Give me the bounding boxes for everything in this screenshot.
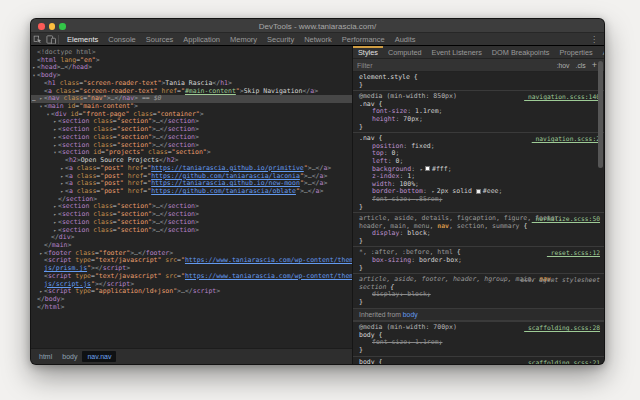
disclosure-arrow-icon[interactable]: ▸ [52,227,58,235]
tab-network[interactable]: Network [299,33,337,45]
scrollbar-thumb[interactable] [598,61,603,168]
disclosure-arrow-icon[interactable]: ▸ [52,211,58,219]
dom-tree-row[interactable]: …▸<nav class="nav">…</nav> == $0 [31,95,352,103]
dom-tree-row[interactable]: <h2>Open Source Projects</h2> [31,157,352,165]
dom-tree-row[interactable]: <!doctype html> [31,49,352,57]
stylesheet-link[interactable]: _reset.scss:12 [547,249,600,257]
tab-security[interactable]: Security [262,33,299,45]
color-swatch-icon[interactable] [425,166,430,171]
href-link[interactable]: https://www.taniarascia.com/wp-content/t… [185,273,352,280]
hover-state-button[interactable]: :hov [554,62,573,69]
href-link[interactable]: https://taniarascia.github.io/primitive [151,165,304,172]
expand-shorthand-icon[interactable]: ▸ [432,188,435,194]
inspect-icon[interactable] [31,34,44,45]
disclosure-arrow-icon[interactable]: ▾ [31,72,37,80]
disclosure-arrow-icon[interactable]: ▾ [45,111,51,119]
disclosure-arrow-icon[interactable]: ▸ [52,118,58,126]
dom-tree-row[interactable]: <a class="screen-reader-text" href="#mai… [31,88,352,96]
dom-tree-row[interactable]: js/script.js"></script> [31,281,352,289]
styles-content[interactable]: element.style {}_navigation.scss:140@med… [353,72,604,364]
dom-tree-row[interactable]: ▸<head>…</head> [31,64,352,72]
href-link[interactable]: https://taniarascia.github.io/new-moon [151,180,300,187]
dom-tree-row[interactable]: </main> [31,242,352,250]
dom-tree-row[interactable]: ▸<script type="application/ld+json">…</s… [31,288,352,296]
disclosure-arrow-icon[interactable]: ▸ [52,126,58,134]
dom-tree-row[interactable]: ▸<section class="section">…</section> [31,134,352,142]
disclosure-arrow-icon[interactable]: ▸ [59,188,65,196]
dom-tree-row[interactable]: </section> [31,196,352,204]
dom-tree[interactable]: <!doctype html><html lang="en">▸<head>…<… [31,46,352,348]
dom-tree-row[interactable]: <script type="text/javascript" src="http… [31,273,352,281]
dom-tree-row[interactable]: <h1 class="screen-reader-text">Tania Ras… [31,80,352,88]
expand-shorthand-icon[interactable]: ▸ [420,166,423,172]
disclosure-arrow-icon[interactable]: ▸ [59,165,65,173]
disclosure-arrow-icon[interactable]: ▸ [52,134,58,142]
href-link[interactable]: https://www.taniarascia.com/wp-content/t… [185,257,352,264]
title-bar[interactable]: DevTools - www.taniarascia.com/ [31,19,604,33]
dom-tree-row[interactable]: <script type="text/javascript" src="http… [31,257,352,265]
tab-sources[interactable]: Sources [141,33,179,45]
dom-tree-row[interactable]: ▾<section id="projects" class="section"> [31,149,352,157]
filter-input[interactable] [357,62,554,69]
tab-application[interactable]: Application [178,33,225,45]
stylesheet-link[interactable]: _normalize.scss:50 [532,215,600,223]
css-property[interactable]: height: 70px; [359,116,598,124]
css-property[interactable]: font-size: .85rem; [359,196,598,204]
dom-tree-row[interactable]: <html lang="en"> [31,57,352,65]
dom-tree-row[interactable]: ▸<a class="post" href="https://github.co… [31,188,352,196]
sidebar-tab-styles[interactable]: Styles [353,46,383,58]
dom-tree-row[interactable]: ▸<a class="post" href="https://taniarasc… [31,180,352,188]
dom-tree-row[interactable]: ▾<body> [31,72,352,80]
more-options-icon[interactable]: ⋮ [584,34,604,45]
disclosure-arrow-icon[interactable]: ▸ [52,203,58,211]
href-link[interactable]: #main-content [185,88,236,95]
dom-tree-row[interactable]: ▸<footer class="footer">…</footer> [31,250,352,258]
stylesheet-link[interactable]: _scaffolding.scss:21 [524,359,600,364]
dom-tree-row[interactable]: ▸<section class="section">…</section> [31,219,352,227]
disclosure-arrow-icon[interactable]: ▸ [38,288,44,296]
disclosure-arrow-icon[interactable]: ▸ [31,64,37,72]
disclosure-arrow-icon[interactable]: ▸ [52,142,58,150]
dom-tree-row[interactable]: js/prism.js"></script> [31,265,352,273]
css-selector[interactable]: element.style { [359,74,598,82]
href-link[interactable]: js/script.js [44,281,91,288]
dom-tree-row[interactable]: ▸<section class="section">…</section> [31,126,352,134]
breadcrumb-item-body[interactable]: body [57,351,82,362]
dom-tree-row[interactable]: </html> [31,304,352,312]
stylesheet-link[interactable]: _navigation.scss:2 [532,135,600,143]
dom-tree-row[interactable]: ▸<section class="section">…</section> [31,227,352,235]
css-property[interactable]: display: block; [359,291,598,299]
disclosure-arrow-icon[interactable]: ▸ [52,219,58,227]
css-property[interactable]: box-sizing: border-box; [359,257,598,265]
sidebar-tab-accessibility[interactable]: Accessibility [598,46,604,58]
dom-tree-row[interactable]: ▸<a class="post" href="https://github.co… [31,173,352,181]
tab-memory[interactable]: Memory [225,33,262,45]
dom-tree-row[interactable]: ▸<a class="post" href="https://taniarasc… [31,165,352,173]
disclosure-arrow-icon[interactable]: ▸ [59,180,65,188]
sidebar-tab-computed[interactable]: Computed [383,46,427,58]
dom-tree-row[interactable]: ▾<main id="main-content"> [31,103,352,111]
disclosure-arrow-icon[interactable]: ▾ [52,149,58,157]
stylesheet-link[interactable]: _navigation.scss:140 [524,93,600,101]
href-link[interactable]: js/prism.js [44,265,87,272]
css-property[interactable]: font-size: 1.1rem; [359,339,598,347]
sidebar-tab-event-listeners[interactable]: Event Listeners [427,46,487,58]
disclosure-arrow-icon[interactable]: ▸ [38,250,44,258]
css-property[interactable]: display: block; [359,230,598,238]
breadcrumb-item-navnav[interactable]: nav.nav [82,351,116,362]
sidebar-tab-dom-breakpoints[interactable]: DOM Breakpoints [487,46,555,58]
tab-elements[interactable]: Elements [62,33,103,45]
disclosure-arrow-icon[interactable]: ▸ [38,95,44,103]
href-link[interactable]: https://github.com/taniarascia/oblate [151,188,296,195]
dom-tree-row[interactable]: </div> [31,234,352,242]
breadcrumb-item-html[interactable]: html [34,351,57,362]
href-link[interactable]: https://github.com/taniarascia/laconia [151,173,300,180]
dom-tree-row[interactable]: ▸<section class="section">…</section> [31,142,352,150]
disclosure-arrow-icon[interactable]: ▾ [38,103,44,111]
tab-performance[interactable]: Performance [337,33,390,45]
stylesheet-link[interactable]: _scaffolding.scss:28 [524,324,600,332]
tab-console[interactable]: Console [103,33,141,45]
dom-tree-row[interactable]: ▸<section class="section">…</section> [31,211,352,219]
dom-tree-row[interactable]: ▸<section class="section">…</section> [31,203,352,211]
device-toolbar-icon[interactable] [44,34,57,45]
